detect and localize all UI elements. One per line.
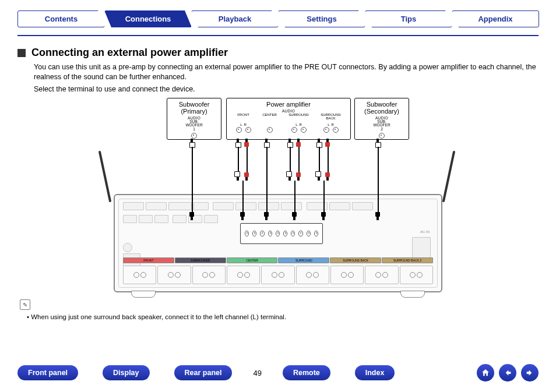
jack-icon	[301, 127, 307, 133]
arrow-left-icon	[503, 368, 512, 377]
jack-icon	[323, 127, 329, 133]
rca-plug-icon	[244, 139, 249, 147]
device-subwoofer-secondary: Subwoofer (Secondary) AUDIO SUB- WOOFER …	[354, 98, 409, 140]
sub-secondary-port-label: SUB- WOOFER	[358, 120, 405, 128]
amp-col-front: FRONT	[233, 113, 254, 120]
sub-primary-number: 1	[171, 128, 217, 132]
link-index[interactable]: Index	[355, 365, 395, 380]
tab-appendix[interactable]: Appendix	[452, 10, 539, 27]
cable-icon	[238, 147, 239, 175]
rca-plug-icon	[325, 139, 330, 147]
antenna-left-icon	[98, 150, 112, 202]
amp-col-surround-back: SURROUND BACK	[318, 113, 344, 120]
rca-plug-icon	[295, 139, 301, 147]
jack-icon	[283, 231, 287, 236]
cable-icon	[328, 147, 329, 175]
arrow-right-icon	[525, 368, 534, 377]
rca-plug-icon	[235, 139, 241, 147]
chan-surround: SURROUND	[278, 257, 329, 263]
cable-icon	[319, 147, 320, 175]
sub-secondary-number: 2	[358, 128, 405, 132]
section-heading: Connecting an external power amplifier	[17, 47, 539, 59]
receiver-foot-icon	[131, 291, 156, 298]
link-remote[interactable]: Remote	[283, 365, 330, 380]
chan-center: CENTER	[227, 257, 278, 263]
rca-plug-icon	[287, 139, 293, 147]
heading-bullet-icon	[17, 49, 26, 57]
jack-icon	[268, 231, 272, 236]
device-subwoofer-primary: Subwoofer (Primary) AUDIO SUB- WOOFER 1	[167, 98, 221, 140]
top-tabs: Contents Connections Playback Settings T…	[17, 10, 539, 27]
rca-plug-icon	[244, 172, 249, 181]
link-display[interactable]: Display	[103, 365, 149, 380]
jack-icon	[260, 231, 264, 236]
cable-icon	[298, 147, 300, 175]
link-rear-panel[interactable]: Rear panel	[174, 365, 233, 380]
cable-icon	[378, 147, 379, 220]
next-page-button[interactable]	[521, 364, 539, 382]
receiver-foot-icon	[400, 291, 425, 298]
tabs-underline	[17, 35, 539, 36]
rca-plug-icon	[291, 212, 297, 220]
body-paragraph-2: Select the terminal to use and connect t…	[34, 84, 539, 94]
link-front-panel[interactable]: Front panel	[17, 365, 78, 380]
tab-connections[interactable]: Connections	[104, 10, 192, 27]
jack-icon	[191, 133, 197, 139]
antenna-right-icon	[442, 150, 456, 202]
receiver-port-row	[123, 202, 433, 213]
jack-icon	[245, 231, 249, 236]
rca-plug-icon	[263, 139, 269, 147]
sub-primary-title2: (Primary)	[171, 108, 217, 115]
home-button[interactable]	[477, 364, 494, 382]
cable-icon	[266, 147, 268, 220]
rca-plug-icon	[316, 172, 322, 181]
tab-tips[interactable]: Tips	[365, 10, 452, 27]
connection-diagram: Subwoofer (Primary) AUDIO SUB- WOOFER 1 …	[17, 98, 539, 299]
rca-plug-icon	[189, 139, 195, 147]
jack-icon	[291, 127, 297, 133]
rca-plug-icon	[325, 172, 330, 181]
sub-secondary-title2: (Secondary)	[358, 108, 405, 115]
jack-icon	[333, 127, 339, 133]
lr-l: L	[328, 123, 329, 126]
tab-contents[interactable]: Contents	[17, 10, 105, 27]
jack-icon	[267, 127, 273, 133]
sub-secondary-title1: Subwoofer	[358, 101, 405, 108]
lr-r: R	[299, 123, 301, 126]
channel-label-strip: FRONT SUBWOOFER CENTER SURROUND SURROUND…	[123, 257, 433, 263]
rca-plug-icon	[321, 212, 326, 220]
ac-in-port	[412, 237, 431, 258]
tab-playback[interactable]: Playback	[191, 10, 279, 27]
body-paragraph-1: You can use this unit as a pre-amp by co…	[34, 62, 539, 82]
rca-plug-icon	[375, 212, 381, 220]
page-number: 49	[253, 369, 261, 377]
amp-col-center: CENTER	[259, 113, 280, 120]
jack-icon	[314, 231, 318, 236]
lr-l: L	[240, 123, 242, 126]
ac-in-label: AC IN	[420, 230, 430, 234]
chan-front: FRONT	[123, 257, 174, 263]
rca-plug-icon	[235, 172, 241, 181]
tab-settings[interactable]: Settings	[278, 10, 365, 27]
prev-page-button[interactable]	[499, 364, 516, 382]
rca-plug-icon	[375, 139, 381, 147]
rca-plug-icon	[189, 212, 195, 220]
jack-icon	[379, 133, 385, 139]
heading-text: Connecting an external power amplifier	[31, 47, 228, 59]
jack-icon	[245, 127, 251, 133]
power-amp-audio-label: AUDIO	[230, 109, 347, 113]
bottom-nav: Front panel Display Rear panel 49 Remote…	[17, 364, 539, 382]
rca-plug-icon	[263, 212, 269, 220]
rca-plug-icon	[240, 212, 245, 220]
jack-icon	[236, 127, 242, 133]
home-icon	[481, 368, 490, 377]
cable-icon	[247, 147, 248, 175]
jack-icon	[276, 231, 280, 236]
rca-plug-icon	[316, 139, 322, 147]
cable-icon	[290, 147, 291, 175]
note-pencil-icon: ✎	[20, 299, 30, 310]
chan-surround-back2: SURROUND BACK 2	[382, 257, 433, 263]
rca-plug-icon	[287, 172, 293, 181]
sub-primary-port-label: SUB- WOOFER	[171, 120, 217, 128]
sub-primary-title1: Subwoofer	[171, 101, 217, 108]
